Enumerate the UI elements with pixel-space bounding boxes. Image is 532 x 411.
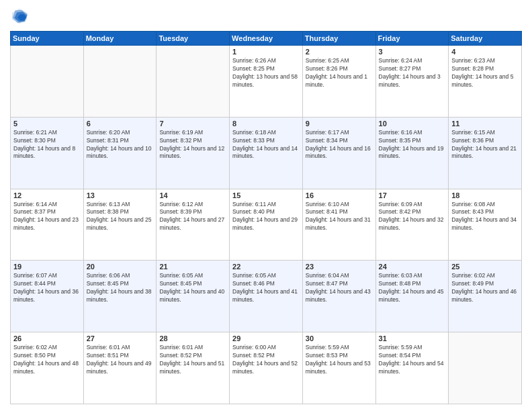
day-info: Sunrise: 6:02 AMSunset: 8:50 PMDaylight:…	[13, 344, 79, 375]
logo-icon	[10, 7, 29, 26]
day-info: Sunrise: 6:18 AMSunset: 8:33 PMDaylight:…	[232, 129, 298, 160]
day-info: Sunrise: 6:10 AMSunset: 8:41 PMDaylight:…	[306, 201, 371, 232]
day-number: 30	[306, 334, 373, 342]
day-number: 2	[306, 48, 373, 56]
calendar-cell: 14 Sunrise: 6:12 AMSunset: 8:39 PMDaylig…	[157, 189, 230, 261]
col-header-wednesday: Wednesday	[230, 32, 303, 46]
col-header-saturday: Saturday	[449, 32, 522, 46]
day-number: 24	[379, 263, 446, 271]
calendar-cell: 2 Sunrise: 6:25 AMSunset: 8:26 PMDayligh…	[302, 46, 375, 118]
week-row-2: 12 Sunrise: 6:14 AMSunset: 8:37 PMDaylig…	[11, 189, 522, 261]
day-number: 29	[232, 334, 300, 342]
day-info: Sunrise: 5:59 AMSunset: 8:54 PMDaylight:…	[379, 344, 444, 375]
day-info: Sunrise: 6:05 AMSunset: 8:46 PMDaylight:…	[232, 272, 298, 303]
day-number: 1	[232, 48, 300, 56]
header	[10, 7, 522, 26]
day-info: Sunrise: 6:07 AMSunset: 8:44 PMDaylight:…	[13, 272, 79, 303]
day-number: 28	[159, 334, 226, 342]
day-info: Sunrise: 6:01 AMSunset: 8:51 PMDaylight:…	[87, 344, 152, 375]
day-info: Sunrise: 6:16 AMSunset: 8:35 PMDaylight:…	[379, 129, 444, 160]
calendar-page: SundayMondayTuesdayWednesdayThursdayFrid…	[0, 0, 532, 411]
day-info: Sunrise: 6:23 AMSunset: 8:28 PMDaylight:…	[451, 57, 513, 88]
col-header-sunday: Sunday	[11, 32, 84, 46]
day-info: Sunrise: 6:20 AMSunset: 8:31 PMDaylight:…	[87, 129, 152, 160]
calendar-cell: 23 Sunrise: 6:04 AMSunset: 8:47 PMDaylig…	[302, 261, 375, 332]
day-number: 26	[13, 334, 81, 342]
day-number: 6	[87, 120, 154, 128]
day-info: Sunrise: 6:14 AMSunset: 8:37 PMDaylight:…	[13, 201, 79, 232]
day-info: Sunrise: 6:00 AMSunset: 8:52 PMDaylight:…	[232, 344, 298, 375]
day-info: Sunrise: 6:09 AMSunset: 8:42 PMDaylight:…	[379, 201, 444, 232]
week-row-0: 1 Sunrise: 6:26 AMSunset: 8:25 PMDayligh…	[11, 46, 522, 118]
logo	[10, 7, 32, 26]
week-row-4: 26 Sunrise: 6:02 AMSunset: 8:50 PMDaylig…	[11, 332, 522, 404]
day-number: 13	[87, 191, 154, 199]
calendar-cell: 19 Sunrise: 6:07 AMSunset: 8:44 PMDaylig…	[11, 261, 84, 332]
day-number: 22	[232, 263, 300, 271]
calendar-cell: 9 Sunrise: 6:17 AMSunset: 8:34 PMDayligh…	[302, 117, 375, 189]
day-info: Sunrise: 5:59 AMSunset: 8:53 PMDaylight:…	[306, 344, 371, 375]
calendar-cell: 30 Sunrise: 5:59 AMSunset: 8:53 PMDaylig…	[302, 332, 375, 404]
calendar-cell: 21 Sunrise: 6:05 AMSunset: 8:45 PMDaylig…	[157, 261, 230, 332]
calendar-cell: 5 Sunrise: 6:21 AMSunset: 8:30 PMDayligh…	[11, 117, 84, 189]
day-info: Sunrise: 6:06 AMSunset: 8:45 PMDaylight:…	[87, 272, 152, 303]
day-info: Sunrise: 6:25 AMSunset: 8:26 PMDaylight:…	[306, 57, 367, 88]
calendar-cell: 15 Sunrise: 6:11 AMSunset: 8:40 PMDaylig…	[230, 189, 303, 261]
day-number: 20	[87, 263, 154, 271]
calendar-cell: 1 Sunrise: 6:26 AMSunset: 8:25 PMDayligh…	[230, 46, 303, 118]
calendar-table: SundayMondayTuesdayWednesdayThursdayFrid…	[10, 31, 522, 404]
day-info: Sunrise: 6:08 AMSunset: 8:43 PMDaylight:…	[451, 201, 517, 232]
col-header-tuesday: Tuesday	[157, 32, 230, 46]
day-info: Sunrise: 6:13 AMSunset: 8:38 PMDaylight:…	[87, 201, 152, 232]
day-info: Sunrise: 6:19 AMSunset: 8:32 PMDaylight:…	[159, 129, 224, 160]
week-row-3: 19 Sunrise: 6:07 AMSunset: 8:44 PMDaylig…	[11, 261, 522, 332]
day-number: 25	[451, 263, 519, 271]
day-info: Sunrise: 6:01 AMSunset: 8:52 PMDaylight:…	[159, 344, 224, 375]
day-info: Sunrise: 6:12 AMSunset: 8:39 PMDaylight:…	[159, 201, 224, 232]
calendar-cell: 28 Sunrise: 6:01 AMSunset: 8:52 PMDaylig…	[157, 332, 230, 404]
day-number: 21	[159, 263, 226, 271]
calendar-cell: 31 Sunrise: 5:59 AMSunset: 8:54 PMDaylig…	[375, 332, 449, 404]
calendar-cell: 16 Sunrise: 6:10 AMSunset: 8:41 PMDaylig…	[302, 189, 375, 261]
calendar-cell: 12 Sunrise: 6:14 AMSunset: 8:37 PMDaylig…	[11, 189, 84, 261]
calendar-cell: 6 Sunrise: 6:20 AMSunset: 8:31 PMDayligh…	[83, 117, 157, 189]
day-number: 4	[451, 48, 519, 56]
calendar-cell	[83, 46, 157, 118]
col-header-monday: Monday	[83, 32, 157, 46]
day-number: 8	[232, 120, 300, 128]
calendar-cell: 8 Sunrise: 6:18 AMSunset: 8:33 PMDayligh…	[230, 117, 303, 189]
day-number: 18	[451, 191, 519, 199]
calendar-cell	[11, 46, 84, 118]
calendar-cell: 11 Sunrise: 6:15 AMSunset: 8:36 PMDaylig…	[449, 117, 522, 189]
day-number: 17	[379, 191, 446, 199]
day-number: 19	[13, 263, 81, 271]
day-number: 27	[87, 334, 154, 342]
calendar-cell: 29 Sunrise: 6:00 AMSunset: 8:52 PMDaylig…	[230, 332, 303, 404]
calendar-cell: 20 Sunrise: 6:06 AMSunset: 8:45 PMDaylig…	[83, 261, 157, 332]
day-info: Sunrise: 6:24 AMSunset: 8:27 PMDaylight:…	[379, 57, 441, 88]
day-number: 9	[306, 120, 373, 128]
day-info: Sunrise: 6:03 AMSunset: 8:48 PMDaylight:…	[379, 272, 444, 303]
day-number: 15	[232, 191, 300, 199]
day-number: 23	[306, 263, 373, 271]
week-row-1: 5 Sunrise: 6:21 AMSunset: 8:30 PMDayligh…	[11, 117, 522, 189]
day-info: Sunrise: 6:15 AMSunset: 8:36 PMDaylight:…	[451, 129, 517, 160]
day-number: 12	[13, 191, 81, 199]
day-info: Sunrise: 6:02 AMSunset: 8:49 PMDaylight:…	[451, 272, 517, 303]
day-info: Sunrise: 6:21 AMSunset: 8:30 PMDaylight:…	[13, 129, 75, 160]
calendar-cell: 26 Sunrise: 6:02 AMSunset: 8:50 PMDaylig…	[11, 332, 84, 404]
calendar-header-row: SundayMondayTuesdayWednesdayThursdayFrid…	[11, 32, 522, 46]
day-number: 7	[159, 120, 226, 128]
col-header-friday: Friday	[375, 32, 449, 46]
day-number: 14	[159, 191, 226, 199]
calendar-cell	[157, 46, 230, 118]
calendar-cell: 4 Sunrise: 6:23 AMSunset: 8:28 PMDayligh…	[449, 46, 522, 118]
day-number: 11	[451, 120, 519, 128]
calendar-cell: 18 Sunrise: 6:08 AMSunset: 8:43 PMDaylig…	[449, 189, 522, 261]
calendar-cell: 13 Sunrise: 6:13 AMSunset: 8:38 PMDaylig…	[83, 189, 157, 261]
calendar-cell: 17 Sunrise: 6:09 AMSunset: 8:42 PMDaylig…	[375, 189, 449, 261]
col-header-thursday: Thursday	[302, 32, 375, 46]
calendar-cell: 10 Sunrise: 6:16 AMSunset: 8:35 PMDaylig…	[375, 117, 449, 189]
calendar-cell: 3 Sunrise: 6:24 AMSunset: 8:27 PMDayligh…	[375, 46, 449, 118]
calendar-cell: 27 Sunrise: 6:01 AMSunset: 8:51 PMDaylig…	[83, 332, 157, 404]
